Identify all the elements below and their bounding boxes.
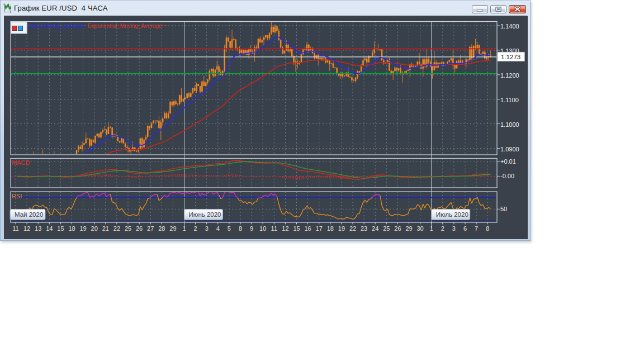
macd-tick-label: -0.00 [500, 173, 514, 179]
price-tick-label: 1.1100 [500, 97, 519, 103]
date-label: 15 [57, 225, 64, 232]
date-label: 23 [361, 225, 367, 232]
date-label: 30 [416, 225, 423, 232]
rsi-tick-label: 50 [500, 206, 507, 212]
month-box: Июль 2020 [432, 209, 470, 220]
month-box: Июнь 2020 [184, 209, 223, 220]
date-label: 9 [250, 225, 253, 232]
maximize-button[interactable] [490, 5, 506, 13]
date-label: 25 [383, 225, 390, 232]
date-label: 24 [372, 225, 378, 232]
price-tick-label: 1.1400 [500, 23, 519, 30]
date-label: 7 [475, 225, 478, 232]
date-label: 8 [486, 225, 489, 232]
month-box-label: Июль 2020 [436, 211, 468, 218]
date-label: 11 [12, 225, 18, 232]
desktop: {"window":{"title":"График EUR /USD 4 ЧА… [0, 0, 644, 362]
legend-toggle-blue[interactable] [18, 26, 23, 31]
macd-tick-label: +0.01 [500, 158, 516, 165]
date-label: 3 [452, 225, 456, 232]
date-label: 16 [304, 225, 311, 232]
close-button[interactable] [509, 5, 526, 13]
date-label: 28 [158, 225, 165, 232]
date-label: 18 [327, 225, 334, 232]
date-label: 29 [169, 225, 176, 232]
date-label: 12 [23, 225, 30, 232]
price-tick-label: 1.1200 [500, 72, 519, 79]
price-tick-label: 1.0900 [500, 146, 519, 153]
date-label: 29 [405, 225, 412, 232]
month-box: Май 2020 [10, 209, 45, 220]
price-tick-label: 1.1000 [500, 121, 519, 128]
macd-panel-label: MACD [12, 159, 30, 166]
window-titlebar[interactable]: График EUR /USD 4 ЧАСА [1, 1, 530, 16]
date-label: 2 [441, 225, 444, 232]
legend-ema-slow-label: Exponential_Moving_Average [88, 23, 162, 29]
current-price-label: 1.1273 [501, 54, 520, 60]
date-label: 19 [338, 225, 345, 232]
date-label: 3 [205, 225, 209, 232]
date-label: 15 [293, 225, 300, 232]
date-label: 12 [282, 225, 288, 232]
chart-client-area: 1.14001.13001.12001.11001.10001.0900+0.0… [4, 16, 528, 239]
date-label: 22 [113, 225, 120, 232]
date-label: 6 [463, 225, 467, 232]
date-label: 18 [68, 225, 75, 232]
minimize-button[interactable] [472, 5, 488, 13]
date-label: 27 [147, 225, 154, 232]
date-label: 14 [46, 225, 53, 232]
date-label: 4 [216, 225, 220, 232]
window-title: График EUR /USD 4 ЧАСА [14, 4, 108, 12]
candlestick-chart-icon [3, 3, 12, 14]
date-label: 10 [259, 225, 266, 232]
month-box-label: Май 2020 [15, 211, 43, 218]
date-label: 13 [35, 225, 41, 232]
chart-app-icon [3, 3, 12, 14]
date-label: 8 [239, 225, 242, 232]
date-label: 21 [102, 225, 109, 232]
date-label: 20 [91, 225, 98, 232]
date-label: 22 [349, 225, 356, 232]
date-label: 26 [136, 225, 143, 232]
date-label: 11 [271, 225, 277, 232]
date-label: 26 [394, 225, 401, 232]
chart-canvas[interactable]: 1.14001.13001.12001.11001.10001.0900+0.0… [4, 16, 528, 239]
chart-window: График EUR /USD 4 ЧАСА 1.14001.13001.120… [0, 0, 531, 241]
minimize-icon [472, 5, 487, 13]
maximize-icon [491, 5, 506, 13]
rsi-panel-label: RSI [12, 193, 22, 199]
date-label: 1 [430, 225, 433, 232]
date-label: 19 [79, 225, 86, 232]
date-label: 5 [228, 225, 231, 232]
legend-toggle-red[interactable] [12, 26, 17, 31]
date-label: 25 [125, 225, 131, 232]
date-label: 1 [182, 225, 186, 232]
close-icon [509, 5, 525, 13]
chart-background [4, 16, 528, 239]
month-box-label: Июнь 2020 [189, 211, 221, 218]
date-label: 17 [316, 225, 323, 232]
caption-buttons [472, 5, 526, 13]
date-label: 2 [194, 225, 197, 232]
